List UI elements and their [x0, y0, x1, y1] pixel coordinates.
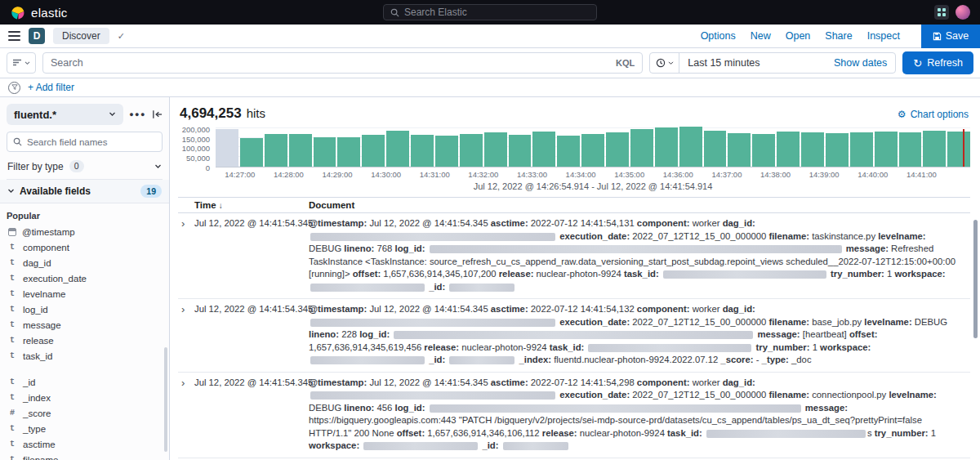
navbar-link-inspect[interactable]: Inspect [867, 30, 900, 42]
histogram-bar[interactable] [411, 135, 434, 167]
chart-plot[interactable] [216, 125, 970, 167]
field-item-levelname[interactable]: tlevelname [7, 286, 163, 301]
field-item-@timestamp[interactable]: @timestamp [7, 224, 163, 239]
histogram-bar[interactable] [801, 132, 824, 167]
field-item-component[interactable]: tcomponent [7, 239, 163, 255]
refresh-button[interactable]: ↻ Refresh [902, 51, 973, 74]
row-document: @timestamp: Jul 12, 2022 @ 14:41:54.345 … [309, 377, 970, 453]
field-item-release[interactable]: trelease [7, 333, 163, 348]
doc-field-name: @timestamp: [309, 218, 367, 228]
more-options-icon[interactable]: ●●● [129, 110, 146, 118]
field-item-_score[interactable]: #_score [7, 405, 163, 421]
histogram-bar[interactable] [728, 133, 751, 167]
histogram-bar[interactable] [947, 132, 970, 167]
filter-by-type-row[interactable]: Filter by type 0 [7, 159, 163, 180]
query-input-wrap[interactable]: KQL [42, 52, 643, 74]
histogram-bar[interactable] [240, 138, 263, 167]
menu-icon[interactable] [8, 31, 20, 41]
filter-type-count-badge: 0 [69, 160, 84, 172]
doc-field-name: @timestamp: [309, 377, 367, 387]
field-item-_type[interactable]: t_type [7, 421, 163, 436]
histogram-bar[interactable] [826, 133, 849, 167]
histogram-bar[interactable] [484, 132, 507, 167]
field-item-asctime[interactable]: tasctime [7, 436, 163, 452]
available-fields-header[interactable]: Available fields 19 [0, 180, 169, 203]
histogram-bar[interactable] [704, 131, 727, 167]
time-picker-button[interactable] [650, 53, 679, 73]
histogram-bar[interactable] [314, 137, 336, 167]
doc-field-name: try_number: [875, 428, 929, 438]
expand-row-button[interactable]: › [178, 303, 194, 315]
saved-query-menu-button[interactable] [7, 52, 36, 74]
histogram-bar[interactable] [630, 129, 653, 167]
histogram-bar[interactable] [532, 132, 555, 167]
expand-row-button[interactable]: › [178, 377, 194, 389]
histogram-bar[interactable] [265, 134, 287, 167]
doc-field-value: 1 [813, 342, 817, 352]
field-item-dag_id[interactable]: tdag_id [7, 255, 163, 270]
histogram-bar[interactable] [850, 132, 873, 167]
navbar-link-share[interactable]: Share [825, 30, 852, 42]
field-item-_index[interactable]: t_index [7, 390, 163, 405]
field-item-log_id[interactable]: tlog_id [7, 301, 163, 317]
chart-options-button[interactable]: ⚙ Chart options [898, 109, 969, 120]
doc-field-name: dag_id: [723, 304, 755, 314]
histogram-bar[interactable] [875, 132, 898, 167]
table-scrollbar-thumb[interactable] [973, 220, 978, 338]
add-filter-link[interactable]: + Add filter [28, 82, 74, 93]
grid-icon[interactable] [934, 5, 949, 20]
query-input[interactable] [51, 57, 611, 69]
expand-row-button[interactable]: › [178, 217, 194, 230]
field-item-task_id[interactable]: ttask_id [7, 348, 163, 364]
histogram-bar[interactable] [557, 136, 580, 167]
navbar-link-open[interactable]: Open [786, 30, 811, 42]
histogram-bar[interactable] [752, 134, 775, 167]
field-item-_id[interactable]: t_id [7, 374, 163, 390]
field-type-string-icon: t [7, 393, 17, 402]
doc-field-value: Jul 12, 2022 @ 14:41:54.345 [369, 218, 488, 228]
field-item-execution_date[interactable]: texecution_date [7, 270, 163, 286]
hits-count: 4,694,253 [180, 105, 242, 122]
user-avatar[interactable] [956, 5, 970, 20]
chevron-down-icon [668, 61, 674, 65]
histogram-bar[interactable] [777, 132, 800, 167]
histogram-bar[interactable] [606, 132, 629, 167]
collapse-sidebar-icon[interactable] [152, 109, 163, 119]
histogram-bar[interactable] [460, 134, 483, 167]
doc-field-name: execution_date: [559, 317, 630, 327]
elastic-logo-icon[interactable] [10, 5, 25, 20]
global-search[interactable] [383, 4, 597, 20]
histogram-bar[interactable] [362, 135, 385, 167]
histogram-bar[interactable] [923, 131, 946, 167]
histogram-bar[interactable] [581, 134, 604, 167]
global-search-input[interactable] [404, 7, 590, 18]
histogram-bar[interactable] [216, 129, 238, 167]
field-item-message[interactable]: tmessage [7, 317, 163, 333]
histogram-bar[interactable] [509, 135, 532, 167]
save-button[interactable]: Save [921, 25, 980, 48]
breadcrumb[interactable]: Discover [53, 28, 109, 44]
histogram-bar[interactable] [679, 127, 702, 167]
field-name: _score [23, 409, 51, 418]
navbar-link-new[interactable]: New [751, 30, 771, 42]
histogram-bar[interactable] [435, 136, 458, 167]
histogram-bar[interactable] [289, 134, 312, 167]
histogram-bar[interactable] [337, 137, 360, 167]
histogram-bar[interactable] [655, 127, 678, 167]
sort-descending-icon[interactable]: ↓ [219, 201, 223, 210]
doc-field-name: _index: [519, 355, 552, 364]
kql-language-button[interactable]: KQL [616, 58, 635, 68]
navbar-link-options[interactable]: Options [701, 30, 736, 42]
field-search[interactable] [7, 132, 163, 152]
histogram-bar[interactable] [386, 131, 409, 167]
sidebar-scrollbar-thumb[interactable] [164, 347, 167, 452]
histogram-bar[interactable] [899, 132, 922, 167]
filter-set-button[interactable] [8, 82, 20, 94]
time-column-header[interactable]: Time ↓ [194, 200, 309, 210]
index-pattern-select[interactable]: fluentd.* [7, 104, 123, 125]
show-dates-link[interactable]: Show dates [834, 57, 895, 69]
space-avatar[interactable]: D [29, 28, 45, 44]
field-search-input[interactable] [27, 137, 156, 147]
field-item-filename[interactable]: tfilename [7, 452, 163, 460]
time-range-value[interactable]: Last 15 minutes [679, 57, 760, 69]
